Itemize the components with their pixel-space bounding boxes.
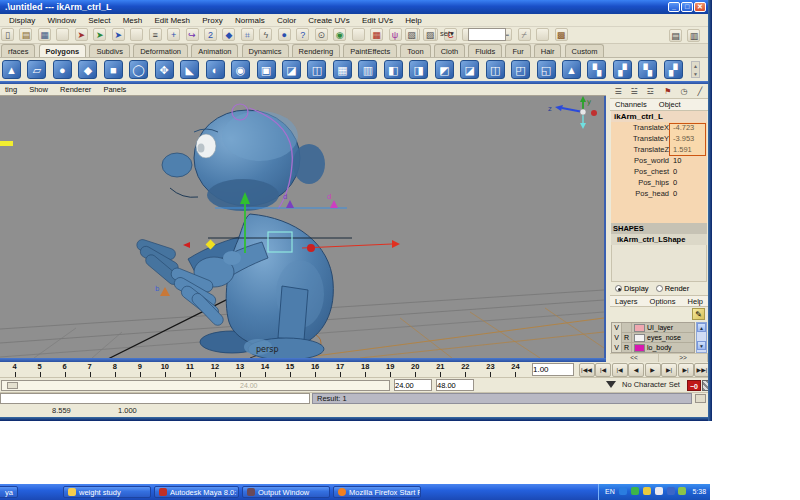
poly-extrude-icon[interactable]: ◣ [180, 60, 199, 79]
frame-tick[interactable]: 5 [27, 362, 52, 378]
channel-name[interactable]: TranslateY [611, 133, 669, 144]
viewport[interactable]: d d b y z persp [0, 96, 606, 358]
menu-item[interactable]: Color [272, 14, 301, 27]
divider[interactable] [352, 28, 365, 41]
viewport-menu-item[interactable]: Panels [98, 84, 131, 96]
shelf-tab[interactable]: Dynamics [242, 44, 289, 57]
save-scene-icon[interactable]: ▦ [38, 28, 51, 41]
channel-value[interactable]: 0 [669, 188, 677, 199]
shelf-tab[interactable]: Cloth [434, 44, 466, 57]
break-connection-icon[interactable]: ╱ [694, 86, 706, 97]
taskbar-button-firefox[interactable]: Mozilla Firefox Start P... [333, 486, 421, 498]
tray-back-icon[interactable] [619, 487, 627, 495]
poly-torus-icon[interactable]: ◯ [129, 60, 148, 79]
channel-layout-icon-1[interactable]: ☰ [612, 86, 624, 97]
shelf-tab[interactable]: Polygons [39, 44, 87, 57]
stopwatch-icon[interactable]: ◷ [678, 86, 690, 97]
shelf-tab[interactable]: Custom [565, 44, 605, 57]
node-name[interactable]: ikArm_ctrl_L [611, 111, 707, 122]
mesh-tool-1-icon[interactable]: ◧ [384, 60, 403, 79]
layer-color-swatch[interactable] [634, 334, 645, 342]
snap-view-icon[interactable]: ? [296, 28, 309, 41]
menu-item[interactable]: Create UVs [303, 14, 354, 27]
character-set-icon[interactable]: ▧ [405, 28, 418, 41]
snap-curve-icon[interactable]: ϟ [259, 28, 272, 41]
layer-name[interactable]: UI_layer [647, 324, 673, 331]
viewport-menu-item[interactable]: Renderer [55, 84, 96, 96]
render-checker-1-icon[interactable]: ▚ [587, 60, 606, 79]
layer-renderable-toggle[interactable]: R [622, 343, 632, 353]
tray-network-icon[interactable] [667, 487, 675, 495]
go-to-start-button[interactable]: |◀◀ [579, 363, 595, 377]
menu-item[interactable]: Display [4, 14, 40, 27]
command-line-input[interactable] [0, 393, 310, 404]
sets-dropdown[interactable]: set▾ [440, 29, 454, 38]
highlight-selection-icon[interactable]: ≡ [149, 28, 162, 41]
shelf-scroll-buttons[interactable]: ▲▼ [691, 61, 700, 78]
taskbar-button-output-window[interactable]: Output Window [242, 486, 330, 498]
minimize-button[interactable]: _ [668, 2, 680, 12]
snap-point-icon[interactable]: ● [278, 28, 291, 41]
viewport-menu-item[interactable]: ting [0, 84, 22, 96]
play-backwards-button[interactable]: ◀ [628, 363, 644, 377]
frame-numbers[interactable]: 4 5 6 7 8 9 10 11 12 13 14 15 [0, 362, 528, 378]
channel-name[interactable]: Pos_hips [611, 177, 669, 188]
layer-visible-toggle[interactable]: V [612, 323, 622, 333]
layer-page-prev-button[interactable]: << [610, 354, 659, 362]
step-back-key-button[interactable]: |◀ [612, 363, 628, 377]
script-node-icon[interactable]: ψ [389, 28, 402, 41]
channel-layout-icon-3[interactable]: ☲ [644, 86, 656, 97]
channel-box-menu-item[interactable]: Channels [610, 99, 652, 111]
channel-value[interactable]: 0 [669, 166, 677, 177]
frame-tick[interactable]: 20 [403, 362, 428, 378]
make-live-icon[interactable]: ◉ [333, 28, 346, 41]
title-bar[interactable]: .\untitled --- ikArm_ctrl_L _ □ ✕ [0, 0, 708, 14]
poly-cuboid-icon[interactable]: ◆ [78, 60, 97, 79]
menu-item[interactable]: Proxy [197, 14, 227, 27]
poly-face-icon[interactable]: ◪ [282, 60, 301, 79]
frame-tick[interactable]: 14 [252, 362, 277, 378]
channel-value[interactable]: -3.953 [669, 133, 694, 144]
quick-select-set-icon[interactable]: ▨ [423, 28, 436, 41]
shelf-tab[interactable]: Hair [534, 44, 562, 57]
poly-arrows-icon[interactable]: ✥ [155, 60, 174, 79]
layer-visible-toggle[interactable]: V [612, 333, 622, 343]
menu-item[interactable]: Mesh [118, 14, 148, 27]
layer-page-next-button[interactable]: >> [659, 354, 708, 362]
anim-end-field[interactable] [436, 379, 474, 391]
layer-scrollbar[interactable]: ▲ ▼ [696, 322, 707, 353]
layer-row[interactable]: V R lo_body [612, 343, 694, 353]
channel-value[interactable]: 0 [669, 177, 677, 188]
tray-user-icon[interactable] [643, 487, 651, 495]
render-radio[interactable] [656, 285, 663, 292]
frame-tick[interactable]: 7 [77, 362, 102, 378]
tool-settings-toggle-icon[interactable]: ▥ [687, 29, 700, 42]
render-checker-3-icon[interactable]: ▚ [638, 60, 657, 79]
command-line-grip[interactable] [695, 394, 706, 403]
frame-tick[interactable]: 23 [478, 362, 503, 378]
time-slider[interactable]: 4 5 6 7 8 9 10 11 12 13 14 15 [0, 362, 708, 378]
shape-node-name[interactable]: ikArm_ctrl_LShape [611, 234, 707, 245]
layer-row[interactable]: V R eyes_nose [612, 333, 694, 343]
open-scene-icon[interactable]: ▤ [19, 28, 32, 41]
layer-name[interactable]: lo_body [647, 344, 672, 351]
shelf-tab[interactable]: Rendering [292, 44, 341, 57]
pick-deformation-icon[interactable]: ◆ [222, 28, 235, 41]
poly-grid-icon[interactable]: ▦ [333, 60, 352, 79]
attribute-editor-toggle-icon[interactable]: ▤ [669, 29, 682, 42]
frame-tick[interactable]: 22 [453, 362, 478, 378]
frame-tick[interactable]: 15 [278, 362, 303, 378]
poly-split-icon[interactable]: ◐ [206, 60, 225, 79]
render-checker-2-icon[interactable]: ▞ [613, 60, 632, 79]
poly-cone-icon[interactable]: ▲ [2, 60, 21, 79]
divider[interactable] [56, 28, 69, 41]
shelf-tab[interactable]: PaintEffects [343, 44, 397, 57]
mesh-tool-3-icon[interactable]: ◩ [435, 60, 454, 79]
frame-tick[interactable]: 13 [227, 362, 252, 378]
current-time-field[interactable] [532, 363, 574, 376]
channel-value[interactable]: 10 [669, 155, 681, 166]
frame-tick[interactable]: 19 [378, 362, 403, 378]
menu-item[interactable]: Help [400, 14, 426, 27]
shelf-tab[interactable]: Toon [400, 44, 430, 57]
quick-select-input[interactable] [468, 28, 506, 41]
